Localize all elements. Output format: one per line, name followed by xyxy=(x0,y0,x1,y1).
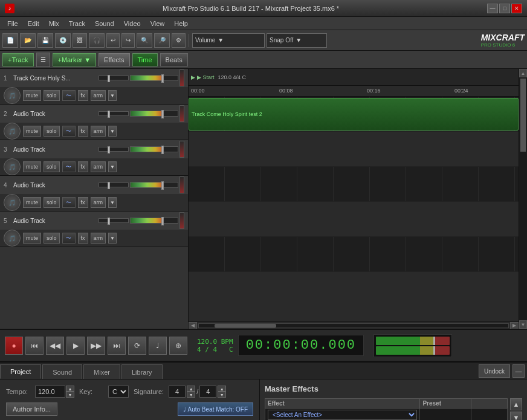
menu-track[interactable]: Track xyxy=(64,19,90,28)
audio-clip-1[interactable]: Track Come Holy Spirit test 2 xyxy=(189,98,519,131)
track-5-dropdown[interactable]: ▼ xyxy=(108,233,117,244)
track-2-solo[interactable]: solo xyxy=(44,126,60,137)
v-scrollbar[interactable]: ▲ ▼ xyxy=(519,69,527,329)
grid-row-4[interactable] xyxy=(189,202,519,237)
track-menu-button[interactable]: ☰ xyxy=(36,53,50,67)
track-3-automation[interactable]: 〜 xyxy=(62,161,76,172)
snap-dropdown[interactable]: Snap Off ▼ xyxy=(267,33,327,48)
track-3-fx[interactable]: fx xyxy=(78,161,88,172)
tab-library[interactable]: Library xyxy=(121,364,163,379)
track-4-solo[interactable]: solo xyxy=(44,197,60,208)
search-button[interactable]: 🔍 xyxy=(137,33,152,48)
play-button[interactable]: ▶ xyxy=(66,337,85,355)
headphone-button[interactable]: 🎧 xyxy=(89,33,105,48)
track-1-fx[interactable]: fx xyxy=(78,90,88,101)
track-1-fader[interactable] xyxy=(130,75,178,81)
track-3-solo[interactable]: solo xyxy=(44,161,60,172)
sig-num-up[interactable]: ▲ xyxy=(187,386,195,392)
timeline-ruler[interactable]: 00:00 00:08 00:16 00:24 xyxy=(189,86,519,97)
track-4-mute[interactable]: mute xyxy=(23,197,41,208)
h-scroll-track[interactable] xyxy=(198,323,509,328)
menu-file[interactable]: File xyxy=(2,19,23,28)
track-2-fx[interactable]: fx xyxy=(78,126,88,137)
track-1-mute[interactable]: mute xyxy=(23,90,41,101)
rewind-to-start-button[interactable]: ⏮ xyxy=(25,337,44,355)
track-3-mute[interactable]: mute xyxy=(23,161,41,172)
menu-edit[interactable]: Edit xyxy=(23,19,44,28)
track-1-automation[interactable]: 〜 xyxy=(62,90,76,101)
menu-sound[interactable]: Sound xyxy=(90,19,119,28)
new-button[interactable]: 📄 xyxy=(2,33,18,48)
metronome-button[interactable]: ♩ xyxy=(149,337,167,355)
tab-sound[interactable]: Sound xyxy=(42,364,82,379)
sig-den-down[interactable]: ▼ xyxy=(218,392,226,398)
menu-video[interactable]: Video xyxy=(119,19,146,28)
track-3-arm[interactable]: arm xyxy=(91,161,106,172)
tab-mixer[interactable]: Mixer xyxy=(83,364,120,379)
track-5-arm[interactable]: arm xyxy=(91,233,106,244)
grid-row-2[interactable] xyxy=(189,132,519,167)
menu-help[interactable]: Help xyxy=(169,19,193,28)
author-info-button[interactable]: Author Info... xyxy=(6,402,57,416)
track-2-arm[interactable]: arm xyxy=(91,126,106,137)
scroll-left-button[interactable]: ◀ xyxy=(189,322,197,329)
fast-forward-button[interactable]: ▶▶ xyxy=(87,337,105,355)
beats-button[interactable]: Beats xyxy=(160,53,188,66)
photo-button[interactable]: 🖼 xyxy=(73,33,87,48)
track-1-arm[interactable]: arm xyxy=(91,90,106,101)
add-marker-button[interactable]: +Marker ▼ xyxy=(53,53,97,66)
menu-mix[interactable]: Mix xyxy=(44,19,64,28)
track-5-automation[interactable]: 〜 xyxy=(62,233,76,244)
effect-select[interactable]: <Select An Effect> xyxy=(268,410,417,420)
grid-row-1[interactable]: Track Come Holy Spirit test 2 xyxy=(189,97,519,132)
tab-project[interactable]: Project xyxy=(0,364,41,379)
track-4-fx[interactable]: fx xyxy=(78,197,88,208)
track-4-dropdown[interactable]: ▼ xyxy=(108,197,117,208)
close-button[interactable]: ✕ xyxy=(511,4,522,13)
tempo-down-button[interactable]: ▼ xyxy=(66,392,74,398)
scroll-right-button[interactable]: ▶ xyxy=(510,322,519,329)
settings-button[interactable]: ⚙ xyxy=(172,33,186,48)
grid-row-3[interactable] xyxy=(189,167,519,202)
track-5-fader[interactable] xyxy=(130,218,178,224)
sig-den-up[interactable]: ▲ xyxy=(218,386,226,392)
collapse-button[interactable]: — xyxy=(512,364,525,378)
tempo-input[interactable] xyxy=(35,386,65,398)
track-2-vol-slider[interactable] xyxy=(99,111,129,116)
open-button[interactable]: 📂 xyxy=(20,33,36,48)
v-scroll-track[interactable] xyxy=(519,77,527,320)
record-button[interactable]: ● xyxy=(5,337,23,355)
sig-num-down[interactable]: ▼ xyxy=(187,392,195,398)
add-track-button[interactable]: +Track xyxy=(2,53,34,66)
search2-button[interactable]: 🔎 xyxy=(154,33,170,48)
rewind-button[interactable]: ◀◀ xyxy=(46,337,64,355)
effects-button[interactable]: Effects xyxy=(99,53,129,66)
track-2-mute[interactable]: mute xyxy=(23,126,41,137)
undock-button[interactable]: Undock xyxy=(479,364,510,378)
track-1-vol-slider[interactable] xyxy=(99,76,129,80)
key-select[interactable]: CDE xyxy=(108,386,129,398)
track-2-fader[interactable] xyxy=(130,111,178,117)
auto-beat-match-button[interactable]: ♩ Auto Beat Match: OFF xyxy=(178,402,253,416)
time-button[interactable]: Time xyxy=(132,53,158,66)
scroll-down-button[interactable]: ▼ xyxy=(519,320,527,329)
end-button[interactable]: ⏭ xyxy=(108,337,126,355)
track-5-solo[interactable]: solo xyxy=(44,233,60,244)
minimize-button[interactable]: — xyxy=(487,4,498,13)
forward-button[interactable]: ↪ xyxy=(121,33,135,48)
track-5-mute[interactable]: mute xyxy=(23,233,41,244)
back-button[interactable]: ↩ xyxy=(106,33,120,48)
track-3-vol-slider[interactable] xyxy=(99,147,129,152)
effect-up-button[interactable]: ▲ xyxy=(510,398,522,410)
track-2-dropdown[interactable]: ▼ xyxy=(108,126,117,137)
track-3-dropdown[interactable]: ▼ xyxy=(108,161,117,172)
track-4-vol-slider[interactable] xyxy=(99,183,129,187)
tempo-up-button[interactable]: ▲ xyxy=(66,386,74,392)
track-5-fx[interactable]: fx xyxy=(78,233,88,244)
burn-button[interactable]: 💿 xyxy=(55,33,71,48)
track-4-fader[interactable] xyxy=(130,182,178,188)
track-3-fader[interactable] xyxy=(130,146,178,152)
track-2-automation[interactable]: 〜 xyxy=(62,126,76,137)
save-button[interactable]: 💾 xyxy=(37,33,53,48)
maximize-button[interactable]: □ xyxy=(499,4,510,13)
